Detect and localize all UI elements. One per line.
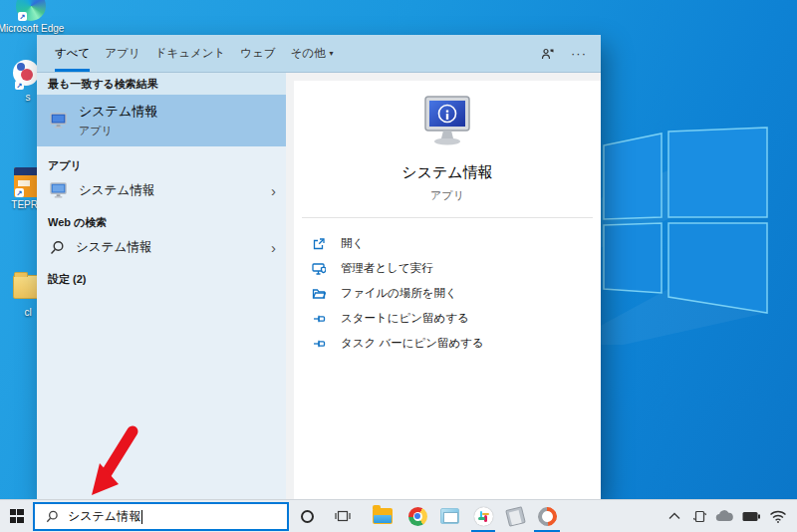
notebook-app-button[interactable] bbox=[502, 500, 528, 532]
action-list: 開く 管理者として実行 bbox=[294, 218, 601, 356]
chevron-down-icon: ▾ bbox=[330, 49, 334, 58]
tray-network[interactable] bbox=[767, 500, 789, 532]
tab-more[interactable]: その他▾ bbox=[291, 35, 334, 72]
cortana-button[interactable] bbox=[294, 500, 320, 532]
rotation-lock-icon bbox=[692, 509, 707, 524]
detail-title: システム情報 bbox=[401, 163, 492, 182]
tray-onedrive[interactable] bbox=[713, 500, 735, 532]
result-row-app[interactable]: システム情報 › bbox=[37, 177, 286, 203]
shortcut-arrow-icon: ↗ bbox=[15, 81, 24, 90]
result-label: システム情報 bbox=[79, 182, 271, 199]
tray-expand-button[interactable] bbox=[664, 500, 685, 532]
file-explorer-button[interactable] bbox=[370, 500, 396, 532]
feedback-icon[interactable] bbox=[541, 47, 555, 61]
tab-all[interactable]: すべて bbox=[55, 35, 90, 72]
cortana-icon bbox=[301, 510, 314, 523]
slack-icon bbox=[474, 507, 493, 526]
section-header-settings: 設定 (2) bbox=[37, 260, 286, 291]
file-explorer-icon bbox=[373, 508, 393, 524]
action-open[interactable]: 開く bbox=[312, 231, 601, 256]
windows-logo-icon bbox=[10, 509, 24, 523]
taskbar-search-box[interactable]: システム情報 bbox=[33, 502, 289, 531]
detail-pane-background: システム情報 アプリ 開く bbox=[286, 73, 601, 499]
search-flyout: すべて アプリ ドキュメント ウェブ その他▾ ··· 最も一致する検索結果 bbox=[37, 35, 601, 499]
task-view-icon bbox=[335, 509, 351, 523]
system-info-app-icon bbox=[50, 182, 68, 198]
pin-to-taskbar-icon bbox=[312, 337, 326, 351]
open-file-location-icon bbox=[312, 287, 326, 301]
orange-ring-app-button[interactable] bbox=[534, 500, 560, 532]
system-info-large-icon bbox=[418, 95, 476, 148]
system-info-app-icon bbox=[50, 113, 68, 129]
search-tabs-bar: すべて アプリ ドキュメント ウェブ その他▾ ··· bbox=[37, 35, 601, 73]
shortcut-arrow-icon: ↗ bbox=[18, 12, 27, 21]
wifi-icon bbox=[769, 510, 787, 523]
tray-rotation-lock[interactable] bbox=[688, 500, 710, 532]
chrome-button[interactable] bbox=[404, 500, 430, 532]
section-header-web: Web の検索 bbox=[37, 203, 286, 234]
desktop-icon-label: Microsoft Edge bbox=[0, 23, 67, 34]
notebook-app-icon bbox=[505, 506, 526, 527]
chrome-icon bbox=[408, 507, 427, 526]
detail-pane: システム情報 アプリ 開く bbox=[294, 81, 601, 499]
best-match-title: システム情報 bbox=[79, 103, 157, 121]
result-label: システム情報 bbox=[76, 239, 271, 256]
battery-icon bbox=[742, 511, 760, 522]
desktop-icon-edge[interactable]: ↗ Microsoft Edge bbox=[0, 0, 67, 34]
chevron-right-icon[interactable]: › bbox=[271, 183, 276, 198]
action-open-file-location[interactable]: ファイルの場所を開く bbox=[312, 281, 601, 306]
cloud-icon bbox=[715, 510, 733, 522]
text-caret bbox=[141, 510, 142, 524]
best-match-subtitle: アプリ bbox=[79, 124, 157, 138]
tray-battery[interactable] bbox=[740, 500, 762, 532]
detail-subtitle: アプリ bbox=[430, 188, 464, 203]
search-icon bbox=[50, 240, 65, 255]
more-options-icon[interactable]: ··· bbox=[571, 46, 587, 61]
best-match-result[interactable]: システム情報 アプリ bbox=[37, 95, 286, 146]
search-results-column: 最も一致する検索結果 システム情報 アプリ アプリ bbox=[37, 73, 286, 499]
start-button[interactable] bbox=[0, 500, 33, 532]
mail-app-icon bbox=[440, 508, 459, 524]
result-row-web[interactable]: システム情報 › bbox=[37, 234, 286, 260]
best-match-header: 最も一致する検索結果 bbox=[37, 73, 286, 95]
action-pin-to-taskbar[interactable]: タスク バーにピン留めする bbox=[312, 331, 601, 356]
pin-to-start-icon bbox=[312, 312, 326, 326]
run-as-admin-icon bbox=[312, 262, 326, 276]
action-run-as-admin[interactable]: 管理者として実行 bbox=[312, 256, 601, 281]
task-view-button[interactable] bbox=[330, 500, 356, 532]
open-icon bbox=[312, 237, 326, 251]
tab-apps[interactable]: アプリ bbox=[105, 35, 139, 72]
wallpaper-windows-logo bbox=[584, 86, 797, 345]
action-pin-to-start[interactable]: スタートにピン留めする bbox=[312, 306, 601, 331]
slack-button[interactable] bbox=[470, 500, 496, 532]
taskbar: システム情報 bbox=[0, 499, 797, 532]
search-input-value: システム情報 bbox=[68, 508, 140, 525]
chevron-right-icon[interactable]: › bbox=[271, 240, 276, 255]
shortcut-arrow-icon: ↗ bbox=[15, 188, 24, 197]
tab-documents[interactable]: ドキュメント bbox=[155, 35, 226, 72]
section-header-apps: アプリ bbox=[37, 146, 286, 177]
tab-web[interactable]: ウェブ bbox=[240, 35, 275, 72]
chevron-up-icon bbox=[668, 512, 680, 520]
mail-app-button[interactable] bbox=[436, 500, 462, 532]
search-icon bbox=[46, 510, 59, 523]
orange-ring-app-icon bbox=[534, 503, 561, 530]
desktop: ↗ Microsoft Edge ↗ s ↗ TEPRA cl すべて アプリ … bbox=[0, 0, 797, 532]
